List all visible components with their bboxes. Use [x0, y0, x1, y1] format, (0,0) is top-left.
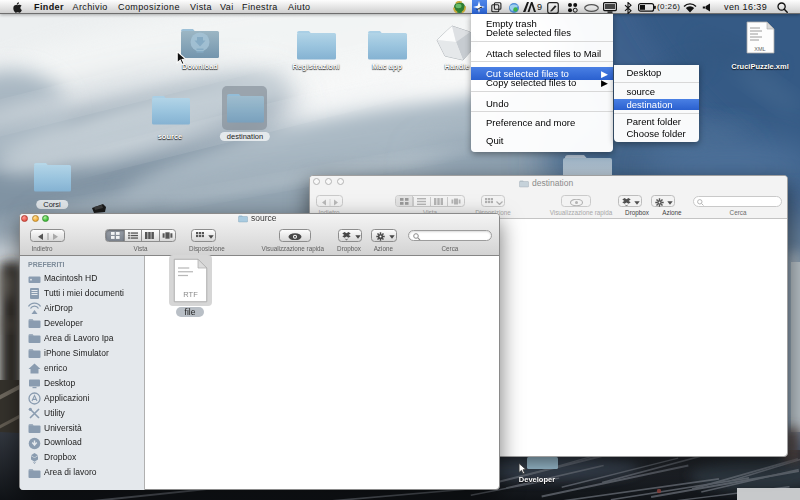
- svg-text:RTF: RTF: [183, 290, 198, 299]
- svg-text:XML: XML: [754, 46, 765, 52]
